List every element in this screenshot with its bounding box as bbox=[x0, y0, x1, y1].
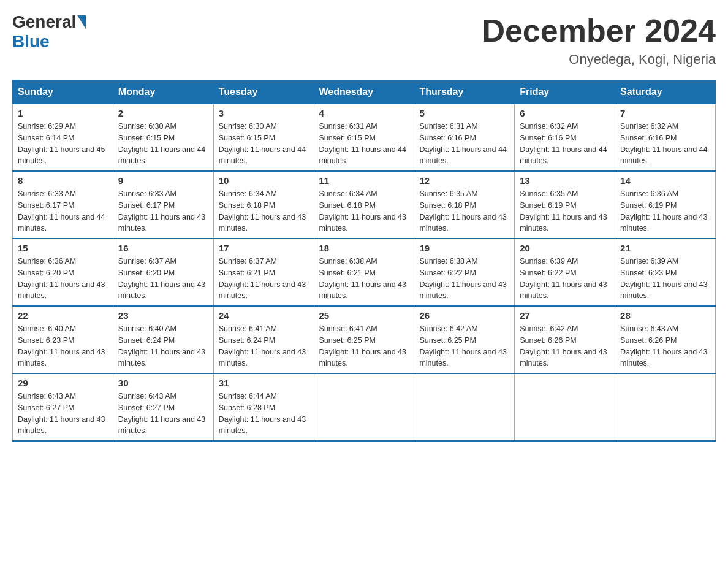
day-number: 7 bbox=[620, 108, 710, 118]
calendar-cell: 8Sunrise: 6:33 AMSunset: 6:17 PMDaylight… bbox=[13, 171, 113, 239]
calendar-cell: 4Sunrise: 6:31 AMSunset: 6:15 PMDaylight… bbox=[314, 104, 414, 172]
calendar-cell: 2Sunrise: 6:30 AMSunset: 6:15 PMDaylight… bbox=[113, 104, 213, 172]
day-number: 21 bbox=[620, 243, 710, 253]
day-number: 26 bbox=[419, 310, 509, 321]
calendar-cell: 31Sunrise: 6:44 AMSunset: 6:28 PMDayligh… bbox=[213, 373, 314, 441]
calendar-cell bbox=[414, 373, 515, 441]
day-number: 3 bbox=[219, 108, 309, 118]
title-block: December 2024 Onyedega, Kogi, Nigeria bbox=[482, 12, 716, 67]
weekday-header-thursday: Thursday bbox=[414, 80, 515, 104]
weekday-header-wednesday: Wednesday bbox=[314, 80, 414, 104]
calendar-cell: 11Sunrise: 6:34 AMSunset: 6:18 PMDayligh… bbox=[314, 171, 414, 239]
calendar-week-row: 15Sunrise: 6:36 AMSunset: 6:20 PMDayligh… bbox=[13, 239, 716, 306]
day-info: Sunrise: 6:39 AMSunset: 6:23 PMDaylight:… bbox=[620, 256, 710, 302]
day-info: Sunrise: 6:38 AMSunset: 6:21 PMDaylight:… bbox=[319, 256, 409, 302]
day-number: 25 bbox=[319, 310, 409, 321]
calendar-cell: 6Sunrise: 6:32 AMSunset: 6:16 PMDaylight… bbox=[515, 104, 615, 172]
weekday-header-sunday: Sunday bbox=[13, 80, 113, 104]
calendar-cell: 7Sunrise: 6:32 AMSunset: 6:16 PMDaylight… bbox=[615, 104, 716, 172]
calendar-cell: 19Sunrise: 6:38 AMSunset: 6:22 PMDayligh… bbox=[414, 239, 515, 306]
day-info: Sunrise: 6:42 AMSunset: 6:25 PMDaylight:… bbox=[419, 323, 509, 369]
calendar-cell: 10Sunrise: 6:34 AMSunset: 6:18 PMDayligh… bbox=[213, 171, 314, 239]
calendar-cell: 22Sunrise: 6:40 AMSunset: 6:23 PMDayligh… bbox=[13, 306, 113, 373]
calendar-cell: 3Sunrise: 6:30 AMSunset: 6:15 PMDaylight… bbox=[213, 104, 314, 172]
day-info: Sunrise: 6:43 AMSunset: 6:27 PMDaylight:… bbox=[118, 391, 208, 437]
location-text: Onyedega, Kogi, Nigeria bbox=[482, 52, 716, 67]
day-number: 17 bbox=[219, 243, 309, 253]
calendar-cell: 24Sunrise: 6:41 AMSunset: 6:24 PMDayligh… bbox=[213, 306, 314, 373]
day-info: Sunrise: 6:34 AMSunset: 6:18 PMDaylight:… bbox=[219, 188, 309, 234]
day-info: Sunrise: 6:36 AMSunset: 6:20 PMDaylight:… bbox=[18, 256, 108, 302]
calendar-cell: 23Sunrise: 6:40 AMSunset: 6:24 PMDayligh… bbox=[113, 306, 213, 373]
day-number: 11 bbox=[319, 175, 409, 186]
calendar-cell bbox=[515, 373, 615, 441]
day-number: 27 bbox=[520, 310, 610, 321]
day-info: Sunrise: 6:34 AMSunset: 6:18 PMDaylight:… bbox=[319, 188, 409, 234]
calendar-cell: 16Sunrise: 6:37 AMSunset: 6:20 PMDayligh… bbox=[113, 239, 213, 306]
day-info: Sunrise: 6:41 AMSunset: 6:24 PMDaylight:… bbox=[219, 323, 309, 369]
day-number: 13 bbox=[520, 175, 610, 186]
day-info: Sunrise: 6:39 AMSunset: 6:22 PMDaylight:… bbox=[520, 256, 610, 302]
calendar-week-row: 1Sunrise: 6:29 AMSunset: 6:14 PMDaylight… bbox=[13, 104, 716, 172]
day-info: Sunrise: 6:32 AMSunset: 6:16 PMDaylight:… bbox=[620, 121, 710, 167]
day-number: 4 bbox=[319, 108, 409, 118]
day-info: Sunrise: 6:31 AMSunset: 6:15 PMDaylight:… bbox=[319, 121, 409, 167]
calendar-cell: 14Sunrise: 6:36 AMSunset: 6:19 PMDayligh… bbox=[615, 171, 716, 239]
day-number: 14 bbox=[620, 175, 710, 186]
weekday-header-monday: Monday bbox=[113, 80, 213, 104]
day-number: 24 bbox=[219, 310, 309, 321]
day-number: 18 bbox=[319, 243, 409, 253]
calendar-week-row: 29Sunrise: 6:43 AMSunset: 6:27 PMDayligh… bbox=[13, 373, 716, 441]
logo-blue-text: Blue bbox=[12, 32, 50, 51]
calendar-cell: 26Sunrise: 6:42 AMSunset: 6:25 PMDayligh… bbox=[414, 306, 515, 373]
day-number: 9 bbox=[118, 175, 208, 186]
calendar-cell bbox=[615, 373, 716, 441]
calendar-week-row: 8Sunrise: 6:33 AMSunset: 6:17 PMDaylight… bbox=[13, 171, 716, 239]
day-number: 31 bbox=[219, 378, 309, 388]
day-info: Sunrise: 6:43 AMSunset: 6:27 PMDaylight:… bbox=[18, 391, 108, 437]
day-number: 6 bbox=[520, 108, 610, 118]
day-info: Sunrise: 6:41 AMSunset: 6:25 PMDaylight:… bbox=[319, 323, 409, 369]
calendar-week-row: 22Sunrise: 6:40 AMSunset: 6:23 PMDayligh… bbox=[13, 306, 716, 373]
calendar-cell: 25Sunrise: 6:41 AMSunset: 6:25 PMDayligh… bbox=[314, 306, 414, 373]
calendar-cell: 29Sunrise: 6:43 AMSunset: 6:27 PMDayligh… bbox=[13, 373, 113, 441]
calendar-cell: 12Sunrise: 6:35 AMSunset: 6:18 PMDayligh… bbox=[414, 171, 515, 239]
day-number: 12 bbox=[419, 175, 509, 186]
month-title: December 2024 bbox=[482, 12, 716, 49]
day-number: 15 bbox=[18, 243, 108, 253]
day-number: 16 bbox=[118, 243, 208, 253]
day-info: Sunrise: 6:33 AMSunset: 6:17 PMDaylight:… bbox=[18, 188, 108, 234]
calendar-table: SundayMondayTuesdayWednesdayThursdayFrid… bbox=[12, 80, 716, 442]
day-info: Sunrise: 6:35 AMSunset: 6:19 PMDaylight:… bbox=[520, 188, 610, 234]
day-info: Sunrise: 6:30 AMSunset: 6:15 PMDaylight:… bbox=[219, 121, 309, 167]
calendar-cell: 30Sunrise: 6:43 AMSunset: 6:27 PMDayligh… bbox=[113, 373, 213, 441]
day-info: Sunrise: 6:37 AMSunset: 6:20 PMDaylight:… bbox=[118, 256, 208, 302]
day-number: 2 bbox=[118, 108, 208, 118]
day-info: Sunrise: 6:40 AMSunset: 6:23 PMDaylight:… bbox=[18, 323, 108, 369]
day-info: Sunrise: 6:33 AMSunset: 6:17 PMDaylight:… bbox=[118, 188, 208, 234]
day-info: Sunrise: 6:42 AMSunset: 6:26 PMDaylight:… bbox=[520, 323, 610, 369]
calendar-cell: 21Sunrise: 6:39 AMSunset: 6:23 PMDayligh… bbox=[615, 239, 716, 306]
day-number: 1 bbox=[18, 108, 108, 118]
calendar-cell: 20Sunrise: 6:39 AMSunset: 6:22 PMDayligh… bbox=[515, 239, 615, 306]
day-number: 8 bbox=[18, 175, 108, 186]
day-number: 19 bbox=[419, 243, 509, 253]
page-header: General Blue December 2024 Onyedega, Kog… bbox=[12, 12, 716, 67]
day-info: Sunrise: 6:32 AMSunset: 6:16 PMDaylight:… bbox=[520, 121, 610, 167]
calendar-header-row: SundayMondayTuesdayWednesdayThursdayFrid… bbox=[13, 80, 716, 104]
day-number: 23 bbox=[118, 310, 208, 321]
calendar-cell: 5Sunrise: 6:31 AMSunset: 6:16 PMDaylight… bbox=[414, 104, 515, 172]
day-number: 29 bbox=[18, 378, 108, 388]
logo: General Blue bbox=[12, 12, 87, 52]
weekday-header-tuesday: Tuesday bbox=[213, 80, 314, 104]
day-info: Sunrise: 6:30 AMSunset: 6:15 PMDaylight:… bbox=[118, 121, 208, 167]
calendar-cell: 13Sunrise: 6:35 AMSunset: 6:19 PMDayligh… bbox=[515, 171, 615, 239]
day-info: Sunrise: 6:40 AMSunset: 6:24 PMDaylight:… bbox=[118, 323, 208, 369]
day-number: 5 bbox=[419, 108, 509, 118]
day-info: Sunrise: 6:37 AMSunset: 6:21 PMDaylight:… bbox=[219, 256, 309, 302]
calendar-cell: 15Sunrise: 6:36 AMSunset: 6:20 PMDayligh… bbox=[13, 239, 113, 306]
day-info: Sunrise: 6:29 AMSunset: 6:14 PMDaylight:… bbox=[18, 121, 108, 167]
logo-arrow-icon bbox=[77, 15, 86, 29]
calendar-cell: 1Sunrise: 6:29 AMSunset: 6:14 PMDaylight… bbox=[13, 104, 113, 172]
calendar-cell: 17Sunrise: 6:37 AMSunset: 6:21 PMDayligh… bbox=[213, 239, 314, 306]
